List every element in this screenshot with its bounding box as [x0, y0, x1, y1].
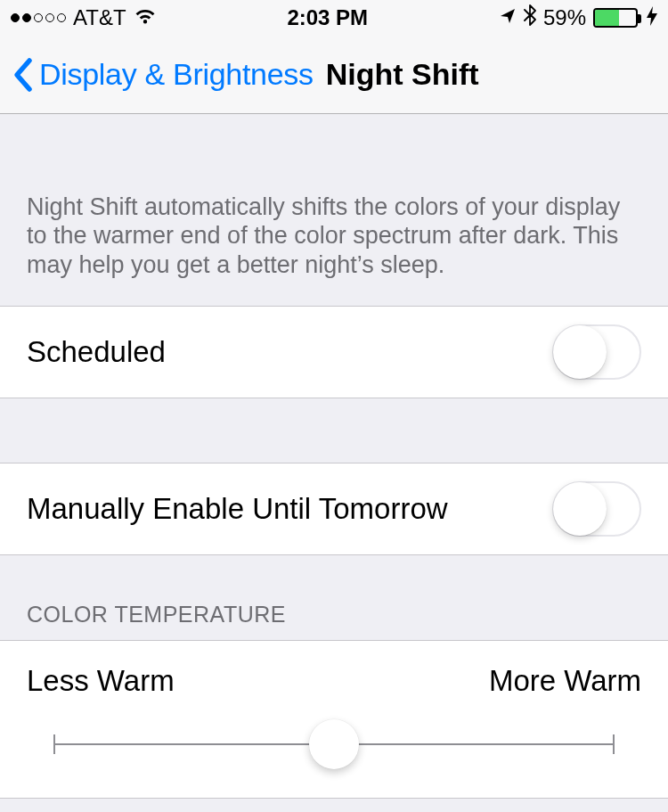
color-temperature-slider[interactable]	[53, 718, 615, 771]
page-title: Night Shift	[326, 57, 479, 92]
charging-icon	[647, 6, 657, 30]
manual-enable-row: Manually Enable Until Tomorrow	[0, 463, 668, 554]
back-button[interactable]: Display & Brightness	[39, 57, 314, 92]
scheduled-group: Scheduled	[0, 306, 668, 398]
wifi-icon	[134, 5, 157, 30]
scheduled-toggle[interactable]	[552, 324, 641, 380]
status-left: AT&T	[11, 5, 157, 30]
scheduled-row: Scheduled	[0, 307, 668, 398]
navigation-bar: Display & Brightness Night Shift	[0, 36, 668, 114]
intro-description: Night Shift automatically shifts the col…	[0, 114, 668, 306]
bluetooth-icon	[524, 4, 536, 31]
location-icon	[499, 5, 517, 30]
manual-enable-toggle[interactable]	[552, 481, 641, 537]
slider-labels: Less Warm More Warm	[27, 664, 641, 698]
scheduled-label: Scheduled	[27, 335, 166, 369]
carrier-label: AT&T	[73, 5, 126, 30]
color-temperature-header: COLOR TEMPERATURE	[0, 555, 668, 640]
spacer	[0, 398, 668, 463]
status-time: 2:03 PM	[287, 5, 368, 30]
color-temperature-row: Less Warm More Warm	[0, 640, 668, 799]
less-warm-label: Less Warm	[27, 664, 175, 698]
status-bar: AT&T 2:03 PM 59%	[0, 0, 668, 36]
back-chevron-icon[interactable]	[12, 57, 34, 93]
battery-icon	[593, 8, 638, 28]
slider-knob[interactable]	[309, 719, 359, 769]
signal-strength-icon	[11, 13, 66, 22]
battery-pct-label: 59%	[543, 5, 586, 30]
status-right: 59%	[499, 4, 657, 31]
manual-enable-label: Manually Enable Until Tomorrow	[27, 492, 448, 526]
more-warm-label: More Warm	[489, 664, 641, 698]
manual-enable-group: Manually Enable Until Tomorrow	[0, 463, 668, 555]
